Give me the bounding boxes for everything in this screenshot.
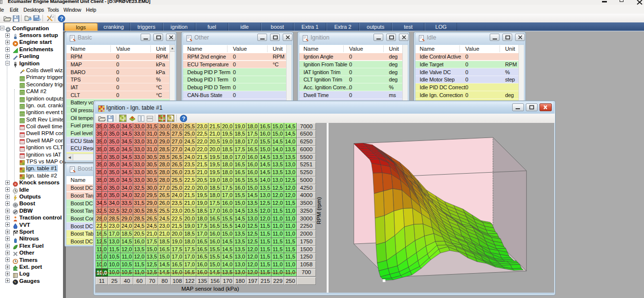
svg-text:?: ? xyxy=(60,16,63,21)
svg-text:?: ? xyxy=(182,116,185,121)
